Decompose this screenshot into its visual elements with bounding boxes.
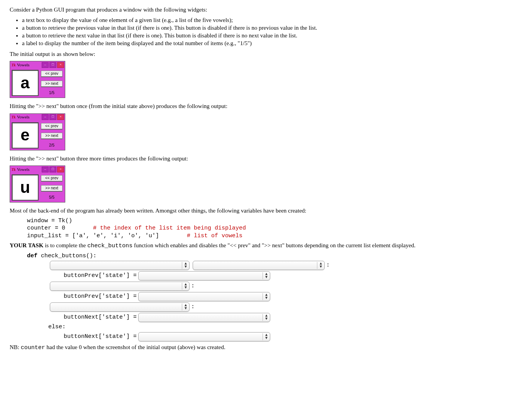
assign-prev-2: buttonPrev['state'] = ▲▼ [64,292,522,301]
colon: : [326,262,330,269]
maximize-icon[interactable]: □ [49,114,56,120]
prev-button[interactable]: << prev [41,71,63,77]
titlebar: Tk Vowels – □ × [10,114,65,121]
close-icon[interactable]: × [57,114,64,120]
maximize-icon[interactable]: □ [49,167,56,172]
next-button[interactable]: >> next [41,185,63,192]
tk-icon: Tk [11,62,16,68]
vowel-textbox: u [12,174,39,201]
assign-prev-label: buttonPrev['state'] = [64,272,137,280]
else-line: else: [48,323,522,331]
vowel-window-1: Tk Vowels – □ × a << prev >> next 1/5 [10,61,65,98]
vowel-textbox: e [12,122,39,149]
titlebar: Tk Vowels – □ × [10,61,65,68]
colon: : [191,282,195,290]
next-button[interactable]: >> next [41,81,63,87]
else-keyword: else: [48,323,66,331]
titlebar: Tk Vowels – □ × [10,166,65,173]
code-block: window = Tk() counter = 0 # the index of… [27,217,522,240]
intro-text: Consider a Python GUI program that produ… [10,6,522,14]
after-next-three: Hitting the ">> next" button three more … [10,155,522,163]
task-paragraph: YOUR TASK is to complete the check_butto… [10,242,522,250]
widget-list: a text box to display the value of one e… [10,16,522,47]
assign-prev-1: buttonPrev['state'] = ▲▼ [64,271,522,280]
dropdown-if-2[interactable]: ▲▼ [50,302,190,312]
next-button[interactable]: >> next [41,133,63,139]
list-item: a text box to display the value of one e… [22,16,522,24]
dropdown-elif-1[interactable]: ▲▼ [50,282,190,291]
counter-label: 1/5 [41,90,63,95]
def-line: def check_buttons(): [27,252,522,260]
list-item: a button to retrieve the next value in t… [22,32,522,39]
tk-icon: Tk [11,167,16,172]
tk-icon: Tk [11,115,16,120]
prev-button[interactable]: << prev [41,175,63,182]
assign-prev-label: buttonPrev['state'] = [64,293,137,300]
elif-line-1: ▲▼ : [48,282,522,291]
prev-button[interactable]: << prev [41,123,63,130]
task-prefix: YOUR TASK [10,242,43,248]
close-icon[interactable]: × [57,62,64,68]
dropdown-prev-state-2[interactable]: ▲▼ [138,292,270,301]
assign-next-1: buttonNext['state'] = ▲▼ [64,313,522,322]
list-item: a label to display the number of the ite… [22,39,522,47]
minimize-icon[interactable]: – [42,114,49,120]
assign-next-label: buttonNext['state'] = [64,333,137,341]
counter-label: 5/5 [41,195,63,200]
dropdown-if-condition[interactable]: ▲▼ [193,261,325,270]
if-line-2: ▲▼ : [48,302,522,312]
maximize-icon[interactable]: □ [49,62,56,68]
assign-next-2: buttonNext['state'] = ▲▼ [64,332,522,341]
vowel-window-3: Tk Vowels – □ × u << prev >> next 5/5 [10,165,65,203]
window-title: Vowels [16,62,41,68]
window-title: Vowels [16,167,41,172]
assign-next-label: buttonNext['state'] = [64,314,137,321]
after-next-once: Hitting the ">> next" button once (from … [10,103,522,110]
dropdown-next-state-2[interactable]: ▲▼ [138,332,270,341]
backend-text: Most of the back-end of the program has … [10,207,522,215]
colon: : [191,303,195,311]
initial-caption: The initial output is as shown below: [10,51,522,58]
dropdown-prev-state-1[interactable]: ▲▼ [138,271,270,280]
window-title: Vowels [16,114,41,120]
minimize-icon[interactable]: – [42,62,49,68]
vowel-textbox: a [12,70,39,96]
close-icon[interactable]: × [57,167,64,172]
nb-paragraph: NB: counter had the value 0 when the scr… [10,344,522,352]
list-item: a button to retrieve the previous value … [22,24,522,32]
counter-label: 2/5 [41,143,63,148]
dropdown-next-state-1[interactable]: ▲▼ [138,313,270,322]
dropdown-if-keyword[interactable]: ▲▼ [50,261,190,270]
vowel-window-2: Tk Vowels – □ × e << prev >> next 2/5 [10,113,65,150]
minimize-icon[interactable]: – [42,167,49,172]
if-line-1: ▲▼ ▲▼ : [48,261,522,270]
